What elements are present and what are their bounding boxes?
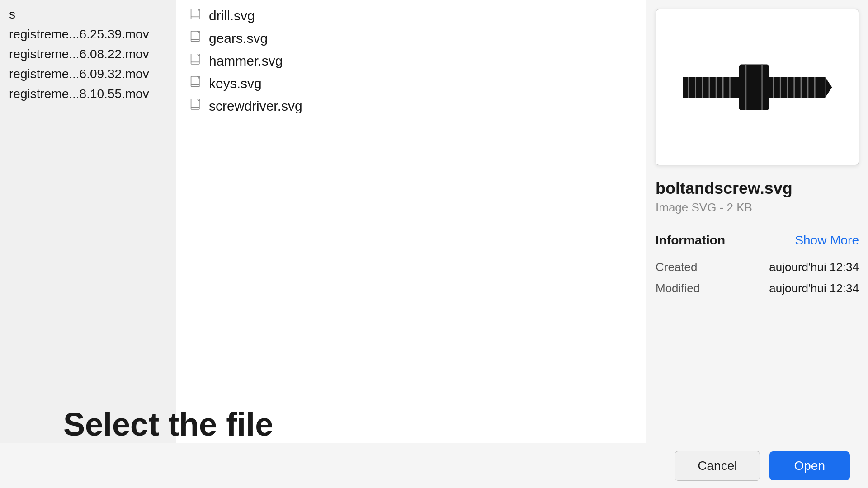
modified-value: aujourd'hui 12:34 xyxy=(769,282,859,296)
created-value: aujourd'hui 12:34 xyxy=(769,260,859,274)
svg-rect-12 xyxy=(191,99,199,109)
file-name-screwdriver: screwdriver.svg xyxy=(209,99,302,114)
svg-rect-9 xyxy=(191,76,199,87)
preview-file-name: boltandscrew.svg xyxy=(656,179,859,198)
info-row-created: Created aujourd'hui 12:34 xyxy=(656,257,859,278)
left-panel-item-2[interactable]: registreme...6.08.22.mov xyxy=(0,44,176,64)
svg-rect-0 xyxy=(191,9,199,19)
preview-file-type: Image SVG - 2 KB xyxy=(656,201,859,224)
file-icon xyxy=(190,76,203,91)
svg-rect-15 xyxy=(683,77,740,98)
svg-rect-3 xyxy=(191,31,199,42)
file-icon xyxy=(190,99,203,113)
file-name-keys: keys.svg xyxy=(209,76,262,91)
info-row-modified: Modified aujourd'hui 12:34 xyxy=(656,278,859,299)
left-panel-item-1[interactable]: registreme...6.25.39.mov xyxy=(0,24,176,44)
middle-panel: drill.svg gears.svg xyxy=(176,0,646,443)
file-icon xyxy=(190,54,203,68)
dialog-content: s registreme...6.25.39.mov registreme...… xyxy=(0,0,868,443)
file-dialog: s registreme...6.25.39.mov registreme...… xyxy=(0,0,868,488)
left-panel: s registreme...6.25.39.mov registreme...… xyxy=(0,0,176,443)
file-item-drill[interactable]: drill.svg xyxy=(176,5,646,27)
file-name-hammer: hammer.svg xyxy=(209,53,283,69)
svg-rect-6 xyxy=(191,54,199,64)
bottom-bar: Cancel Open xyxy=(0,443,868,488)
cancel-button[interactable]: Cancel xyxy=(675,451,760,481)
info-section: Information Show More xyxy=(656,233,859,248)
file-item-hammer[interactable]: hammer.svg xyxy=(176,50,646,72)
file-preview xyxy=(656,9,859,165)
file-icon xyxy=(190,9,203,23)
file-item-gears[interactable]: gears.svg xyxy=(176,27,646,50)
left-panel-item-3[interactable]: registreme...6.09.32.mov xyxy=(0,64,176,84)
file-name-gears: gears.svg xyxy=(209,31,268,46)
file-item-screwdriver[interactable]: screwdriver.svg xyxy=(176,95,646,117)
file-name-drill: drill.svg xyxy=(209,8,255,23)
info-label: Information xyxy=(656,233,725,248)
svg-rect-23 xyxy=(739,64,769,110)
file-item-keys[interactable]: keys.svg xyxy=(176,72,646,95)
file-icon xyxy=(190,31,203,46)
modified-label: Modified xyxy=(656,282,700,296)
right-panel: boltandscrew.svg Image SVG - 2 KB Inform… xyxy=(646,0,868,443)
preview-svg xyxy=(671,21,844,154)
show-more-link[interactable]: Show More xyxy=(795,233,859,248)
left-panel-item-4[interactable]: registreme...8.10.55.mov xyxy=(0,84,176,104)
svg-rect-24 xyxy=(768,77,825,98)
left-panel-item-s[interactable]: s xyxy=(0,5,176,24)
svg-marker-32 xyxy=(825,77,832,98)
open-button[interactable]: Open xyxy=(769,451,850,480)
created-label: Created xyxy=(656,260,698,274)
